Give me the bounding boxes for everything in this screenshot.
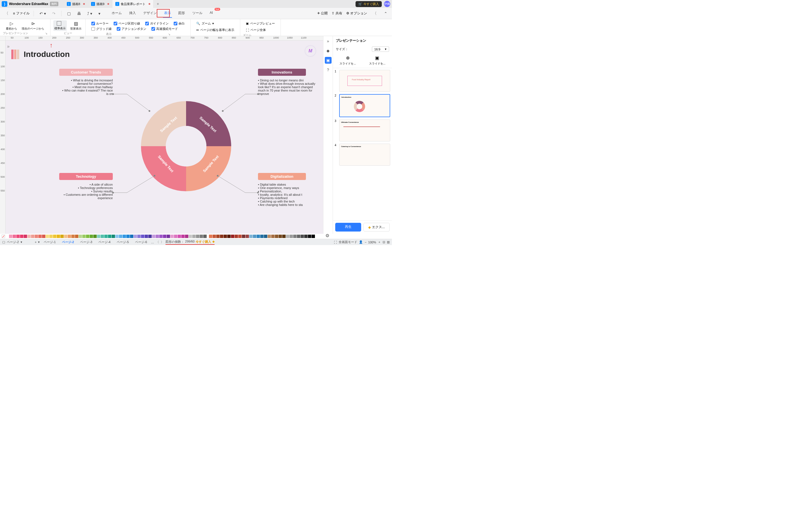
color-swatch[interactable]: [297, 235, 300, 238]
color-swatch[interactable]: [49, 235, 53, 238]
options-button[interactable]: ⚙ オプション: [346, 11, 367, 16]
color-swatch[interactable]: [249, 235, 253, 238]
new-tab-button[interactable]: ＋: [156, 1, 160, 6]
color-swatch[interactable]: [137, 235, 141, 238]
presenter-icon[interactable]: 👤: [359, 240, 363, 244]
play-button[interactable]: 再生: [335, 223, 361, 231]
customer-trends-header[interactable]: Customer Trends: [59, 69, 113, 76]
color-swatch[interactable]: [227, 235, 231, 238]
color-swatch[interactable]: [257, 235, 260, 238]
redo-button[interactable]: ↷: [50, 10, 57, 17]
share-button[interactable]: ⇪ 共有: [332, 11, 342, 16]
settings-gear-icon[interactable]: ⚙: [325, 233, 329, 238]
group-launcher-icon[interactable]: ↘: [168, 33, 170, 36]
color-swatch[interactable]: [126, 235, 130, 238]
tab-tool[interactable]: ツール: [191, 9, 204, 18]
zoom-in[interactable]: ＋: [378, 240, 381, 244]
user-avatar[interactable]: 伊織: [384, 1, 390, 7]
color-swatch[interactable]: [163, 235, 166, 238]
color-swatch[interactable]: [200, 235, 203, 238]
color-swatch[interactable]: [170, 235, 174, 238]
color-swatch[interactable]: [235, 235, 238, 238]
color-swatch[interactable]: [31, 235, 35, 238]
color-swatch[interactable]: [75, 235, 79, 238]
color-swatch[interactable]: [264, 235, 267, 238]
color-swatch[interactable]: [177, 235, 181, 238]
donut-chart[interactable]: [141, 101, 231, 191]
file-menu[interactable]: ≡ファイル: [13, 11, 30, 16]
color-swatch[interactable]: [167, 235, 170, 238]
color-swatch[interactable]: [16, 235, 20, 238]
color-swatch[interactable]: [271, 235, 274, 238]
color-swatch[interactable]: [282, 235, 286, 238]
color-swatch[interactable]: [46, 235, 49, 238]
rail-help-icon[interactable]: ?: [325, 66, 332, 73]
color-swatch[interactable]: [82, 235, 86, 238]
color-swatch[interactable]: [71, 235, 75, 238]
color-swatch[interactable]: [108, 235, 111, 238]
export-button[interactable]: ⤴ ▾: [86, 10, 94, 17]
thumb-2[interactable]: 2Introduction: [335, 94, 390, 117]
standard-view[interactable]: ⃞標準表示: [53, 20, 67, 31]
color-swatch[interactable]: [42, 235, 45, 238]
page-tab-3[interactable]: ページ-3: [78, 239, 94, 245]
present-from-start[interactable]: ▷最初から: [5, 20, 18, 31]
color-swatch[interactable]: [24, 235, 27, 238]
thumb-4[interactable]: 4Catering to Convenience: [335, 144, 390, 166]
color-swatch[interactable]: [278, 235, 282, 238]
color-swatch[interactable]: [275, 235, 278, 238]
zoom-button[interactable]: 🔍ズーム ▾: [195, 21, 236, 26]
color-swatch[interactable]: [189, 235, 192, 238]
color-swatch[interactable]: [123, 235, 126, 238]
page-full-button[interactable]: ⛶ページ全体: [245, 27, 276, 33]
color-swatch[interactable]: [101, 235, 104, 238]
cb-pagebreak[interactable]: ページ区切り線: [114, 21, 140, 25]
digitalization-header[interactable]: Digitalization: [258, 173, 306, 180]
fit-width-button[interactable]: ⇔ページの幅を基準に表示: [195, 27, 236, 33]
color-swatch[interactable]: [38, 235, 42, 238]
color-swatch[interactable]: [196, 235, 199, 238]
thumb-3[interactable]: 3Ultimate Convenience: [335, 119, 390, 142]
color-swatch[interactable]: [301, 235, 304, 238]
color-swatch[interactable]: [28, 235, 31, 238]
color-swatch[interactable]: [304, 235, 308, 238]
color-swatch[interactable]: [5, 235, 9, 238]
ruler-vertical[interactable]: 50100150200250300350400450500550: [0, 41, 6, 234]
tab-ai[interactable]: AIhot: [209, 9, 214, 18]
color-swatch[interactable]: [238, 235, 242, 238]
save-button[interactable]: ▢: [65, 10, 72, 17]
color-swatch[interactable]: [90, 235, 93, 238]
color-swatch[interactable]: [79, 235, 82, 238]
color-swatch[interactable]: [152, 235, 155, 238]
more-button[interactable]: ▾: [97, 10, 102, 17]
color-swatch[interactable]: [213, 235, 216, 238]
current-page-label[interactable]: ページ-2: [7, 240, 19, 244]
tab-draw9[interactable]: ⟩描画9: [88, 0, 112, 8]
zoom-out[interactable]: −: [364, 240, 366, 244]
color-swatch[interactable]: [35, 235, 38, 238]
color-swatch[interactable]: [220, 235, 223, 238]
color-swatch[interactable]: [203, 235, 207, 238]
color-swatch[interactable]: [209, 235, 212, 238]
color-swatch[interactable]: [246, 235, 249, 238]
color-swatch[interactable]: [192, 235, 196, 238]
color-swatch[interactable]: [308, 235, 311, 238]
color-swatch[interactable]: [9, 235, 12, 238]
color-swatch[interactable]: [242, 235, 245, 238]
color-swatch[interactable]: [185, 235, 188, 238]
page-tab-6[interactable]: ページ-6: [133, 239, 149, 245]
cb-margin[interactable]: 余白: [174, 21, 185, 25]
rail-fill-icon[interactable]: ◆: [325, 47, 332, 54]
color-swatch[interactable]: [293, 235, 297, 238]
color-swatch[interactable]: [112, 235, 115, 238]
color-swatch[interactable]: [181, 235, 185, 238]
buy-button[interactable]: 🛒今すぐ購入: [356, 1, 382, 7]
cb-fast[interactable]: 高速接続モード: [151, 27, 178, 31]
color-swatch[interactable]: [312, 235, 315, 238]
page-tab-5[interactable]: ページ-5: [114, 239, 131, 245]
present-from-current[interactable]: ⊳現在のページから: [20, 20, 45, 31]
page-tab-1[interactable]: ページ-1: [42, 239, 58, 245]
publish-button[interactable]: ✈ 公開: [317, 11, 327, 16]
color-swatch[interactable]: [148, 235, 152, 238]
cb-grid[interactable]: グリッド線: [91, 27, 112, 31]
